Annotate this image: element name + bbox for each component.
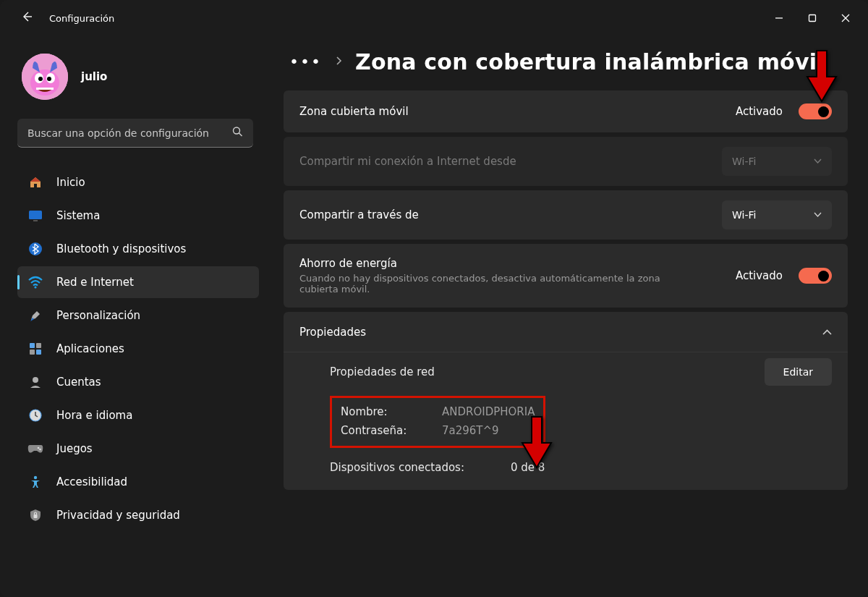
nav-time[interactable]: Hora e idioma (17, 399, 259, 431)
svg-point-8 (38, 77, 43, 81)
nav-personalization[interactable]: Personalización (17, 300, 259, 331)
maximize-button[interactable] (796, 4, 829, 32)
share-via-select[interactable]: Wi-Fi (722, 200, 832, 229)
card-share-via: Compartir a través de Wi-Fi (284, 190, 848, 240)
search-box[interactable] (17, 119, 253, 148)
app-title: Configuración (49, 13, 114, 24)
nav-list: Inicio Sistema Bluetooth y dispositivos … (17, 166, 259, 531)
minimize-button[interactable] (762, 4, 796, 32)
wifi-icon (27, 274, 43, 290)
back-arrow-icon[interactable] (17, 11, 36, 25)
nav-label: Personalización (56, 309, 140, 322)
nav-label: Accesibilidad (56, 475, 127, 488)
bluetooth-icon (27, 241, 43, 257)
nav-privacy[interactable]: Privacidad y seguridad (17, 499, 259, 531)
svg-point-16 (34, 286, 36, 288)
nav-label: Bluetooth y dispositivos (56, 242, 186, 255)
card-share-from: Compartir mi conexión a Internet desde W… (284, 137, 848, 186)
svg-rect-27 (34, 515, 38, 518)
svg-rect-18 (36, 343, 41, 348)
home-icon (27, 174, 43, 190)
card-properties: Propiedades Propiedades de red Editar No… (284, 312, 848, 490)
svg-point-11 (234, 127, 240, 134)
nav-label: Sistema (56, 209, 100, 222)
svg-point-25 (39, 449, 41, 451)
main-content: ••• Zona con cobertura inalámbrica móvil… (271, 36, 868, 597)
card-power-save: Ahorro de energía Cuando no hay disposit… (284, 244, 848, 308)
name-key: Nombre: (341, 405, 442, 418)
nav-accessibility[interactable]: Accesibilidad (17, 466, 259, 498)
powersave-sub: Cuando no hay dispositivos conectados, d… (299, 273, 690, 295)
nav-apps[interactable]: Aplicaciones (17, 333, 259, 365)
nav-label: Privacidad y seguridad (56, 509, 180, 522)
nav-label: Inicio (56, 176, 85, 189)
gamepad-icon (27, 441, 43, 457)
user-name: julio (81, 70, 107, 83)
clock-icon (27, 407, 43, 423)
svg-point-9 (47, 77, 51, 81)
person-icon (27, 374, 43, 390)
svg-rect-1 (809, 15, 816, 22)
avatar (22, 54, 68, 100)
edit-button[interactable]: Editar (765, 358, 832, 386)
nav-label: Red e Internet (56, 276, 134, 289)
apps-icon (27, 341, 43, 357)
nav-label: Cuentas (56, 376, 101, 389)
system-icon (27, 208, 43, 224)
nav-system[interactable]: Sistema (17, 200, 259, 232)
highlighted-network-properties: Nombre: ANDROIDPHORIA Contraseña: 7a296T… (330, 396, 545, 448)
properties-body: Propiedades de red Editar Nombre: ANDROI… (284, 352, 848, 490)
properties-title: Propiedades (299, 326, 366, 339)
titlebar: Configuración (0, 0, 868, 36)
powersave-label: Ahorro de energía (299, 257, 736, 270)
nav-network[interactable]: Red e Internet (17, 266, 259, 298)
share-from-value: Wi-Fi (732, 156, 756, 167)
chevron-right-icon (335, 56, 342, 68)
properties-header[interactable]: Propiedades (284, 312, 848, 352)
svg-line-12 (239, 133, 242, 136)
brush-icon (27, 308, 43, 323)
share-via-value: Wi-Fi (732, 209, 756, 221)
hotspot-label: Zona cubierta móvil (299, 105, 736, 118)
window-controls (762, 4, 862, 32)
svg-rect-19 (30, 350, 35, 355)
card-hotspot-toggle: Zona cubierta móvil Activado (284, 90, 848, 132)
search-input[interactable] (17, 119, 253, 148)
page-title: Zona con cobertura inalámbrica móvil (355, 49, 825, 75)
svg-rect-13 (29, 211, 42, 219)
devices-key: Dispositivos conectados: (330, 461, 511, 474)
user-block[interactable]: julio (22, 54, 259, 100)
breadcrumb: ••• Zona con cobertura inalámbrica móvil (289, 49, 848, 75)
name-value: ANDROIDPHORIA (442, 405, 535, 418)
svg-point-24 (38, 447, 40, 449)
nav-label: Juegos (56, 442, 93, 455)
svg-rect-14 (33, 220, 38, 221)
chevron-down-icon (814, 210, 822, 220)
close-button[interactable] (829, 4, 862, 32)
svg-point-21 (33, 377, 38, 383)
shield-icon (27, 507, 43, 523)
hotspot-toggle[interactable] (799, 103, 832, 119)
nav-accounts[interactable]: Cuentas (17, 366, 259, 398)
powersave-toggle[interactable] (799, 268, 832, 284)
svg-rect-20 (36, 350, 41, 355)
sidebar: julio Inicio Sistema Blu (0, 36, 271, 597)
nav-games[interactable]: Juegos (17, 433, 259, 465)
share-from-label: Compartir mi conexión a Internet desde (299, 155, 722, 168)
svg-rect-17 (30, 343, 35, 348)
share-via-label: Compartir a través de (299, 208, 722, 221)
accessibility-icon (27, 474, 43, 490)
nav-bluetooth[interactable]: Bluetooth y dispositivos (17, 233, 259, 265)
password-key: Contraseña: (341, 424, 442, 437)
password-value: 7a296T^9 (442, 424, 499, 437)
hotspot-state-text: Activado (736, 105, 783, 118)
share-from-select: Wi-Fi (722, 147, 832, 176)
powersave-state-text: Activado (736, 269, 783, 282)
devices-value: 0 de 8 (511, 461, 545, 474)
svg-rect-10 (36, 88, 54, 90)
search-icon (232, 127, 243, 140)
network-properties-heading: Propiedades de red (330, 365, 475, 378)
chevron-down-icon (814, 156, 822, 166)
nav-home[interactable]: Inicio (17, 166, 259, 198)
nav-label: Hora e idioma (56, 409, 132, 422)
